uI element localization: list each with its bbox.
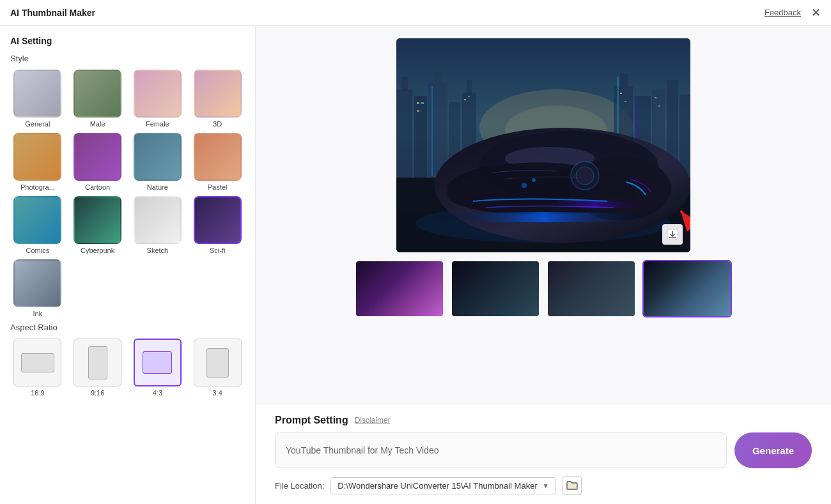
disclaimer-link[interactable]: Disclaimer bbox=[355, 416, 391, 425]
thumbnail-thumb4[interactable] bbox=[642, 260, 732, 317]
style-image-cyberpunk bbox=[74, 196, 121, 244]
app-title: AI Thumbnail Maker bbox=[10, 8, 95, 18]
prompt-title: Prompt Setting bbox=[275, 415, 348, 426]
file-path-text: D:\Wondershare UniConverter 15\AI Thumbn… bbox=[338, 481, 537, 491]
file-path-select[interactable]: D:\Wondershare UniConverter 15\AI Thumbn… bbox=[330, 477, 555, 494]
svg-rect-24 bbox=[468, 96, 470, 97]
svg-rect-27 bbox=[655, 97, 656, 98]
thumbnail-image-thumb3 bbox=[548, 261, 635, 316]
style-image-scifi bbox=[194, 196, 242, 244]
style-item-ink[interactable]: Ink bbox=[10, 259, 65, 317]
svg-rect-7 bbox=[435, 70, 442, 84]
preview-section bbox=[256, 26, 831, 404]
dropdown-arrow-icon: ▼ bbox=[543, 482, 549, 489]
style-item-male[interactable]: Male bbox=[70, 70, 125, 128]
style-image-photographic bbox=[13, 133, 61, 181]
style-name-cyberpunk: Cyberpunk bbox=[81, 247, 114, 254]
download-button[interactable] bbox=[662, 224, 683, 245]
style-name-ink: Ink bbox=[33, 310, 43, 317]
style-image-cartoon bbox=[74, 133, 121, 181]
style-item-nature[interactable]: Nature bbox=[130, 133, 185, 191]
aspect-box-16-9 bbox=[13, 339, 61, 386]
style-name-nature: Nature bbox=[147, 183, 168, 191]
style-image-3d bbox=[194, 70, 242, 118]
style-image-comics bbox=[13, 196, 61, 244]
style-item-sketch[interactable]: Sketch bbox=[130, 196, 185, 254]
title-bar-right: Feedback ✕ bbox=[765, 7, 821, 19]
style-name-pastel: Pastel bbox=[208, 183, 228, 191]
style-item-general[interactable]: General bbox=[10, 70, 65, 128]
aspect-inner-9-16 bbox=[88, 346, 107, 379]
aspect-name-4-3: 4:3 bbox=[153, 389, 162, 397]
aspect-name-16-9: 16:9 bbox=[31, 389, 44, 397]
style-item-photographic[interactable]: Photogra... bbox=[10, 133, 65, 191]
aspect-name-3-4: 3:4 bbox=[212, 389, 222, 397]
thumbnail-image-thumb2 bbox=[452, 261, 539, 316]
content-area: Prompt Setting Disclaimer Generate File … bbox=[256, 26, 831, 504]
ai-setting-title: AI Setting bbox=[10, 36, 245, 46]
style-item-comics[interactable]: Comics bbox=[10, 196, 65, 254]
title-bar-left: AI Thumbnail Maker bbox=[10, 8, 95, 18]
style-image-male bbox=[74, 70, 121, 118]
style-item-pastel[interactable]: Pastel bbox=[190, 133, 245, 191]
svg-rect-23 bbox=[464, 99, 466, 100]
style-name-male: Male bbox=[90, 120, 105, 128]
svg-rect-25 bbox=[620, 93, 622, 94]
style-image-female bbox=[134, 70, 182, 118]
thumbnail-image-thumb1 bbox=[356, 261, 443, 316]
aspect-item-16-9[interactable]: 16:9 bbox=[10, 339, 65, 397]
style-name-scifi: Sci-fi bbox=[210, 247, 225, 254]
folder-button[interactable] bbox=[563, 476, 582, 495]
aspect-inner-3-4 bbox=[206, 348, 229, 378]
aspect-grid: 16:99:164:33:4 bbox=[10, 339, 245, 397]
aspect-inner-16-9 bbox=[21, 353, 54, 372]
file-location-label: File Location: bbox=[275, 481, 324, 491]
svg-point-40 bbox=[532, 178, 536, 182]
style-item-cartoon[interactable]: Cartoon bbox=[70, 133, 125, 191]
aspect-item-9-16[interactable]: 9:16 bbox=[70, 339, 125, 397]
title-bar: AI Thumbnail Maker Feedback ✕ bbox=[0, 0, 831, 26]
svg-point-35 bbox=[428, 212, 658, 222]
style-grid: GeneralMaleFemale3DPhotogra...CartoonNat… bbox=[10, 70, 245, 317]
svg-rect-5 bbox=[414, 96, 427, 179]
prompt-row: Generate bbox=[275, 432, 812, 468]
thumbnail-thumb2[interactable] bbox=[451, 260, 540, 317]
aspect-ratio-label: Aspect Ratio bbox=[10, 323, 245, 332]
style-image-sketch bbox=[134, 196, 182, 244]
thumbnail-image-thumb4 bbox=[644, 261, 731, 316]
style-name-3d: 3D bbox=[213, 120, 222, 128]
aspect-name-9-16: 9:16 bbox=[91, 389, 104, 397]
main-preview bbox=[396, 38, 690, 252]
style-image-nature bbox=[134, 133, 182, 181]
style-name-comics: Comics bbox=[26, 247, 50, 254]
prompt-input[interactable] bbox=[275, 432, 727, 468]
main-layout: AI Setting Style GeneralMaleFemale3DPhot… bbox=[0, 26, 831, 504]
svg-rect-4 bbox=[401, 77, 408, 91]
thumbnail-thumb1[interactable] bbox=[355, 260, 444, 317]
style-item-3d[interactable]: 3D bbox=[190, 70, 245, 128]
style-label: Style bbox=[10, 54, 245, 63]
svg-rect-20 bbox=[417, 102, 419, 104]
style-name-cartoon: Cartoon bbox=[85, 183, 110, 191]
svg-point-38 bbox=[576, 167, 594, 185]
style-item-cyberpunk[interactable]: Cyberpunk bbox=[70, 196, 125, 254]
svg-rect-21 bbox=[417, 110, 419, 112]
aspect-inner-4-3 bbox=[143, 351, 172, 374]
style-item-scifi[interactable]: Sci-fi bbox=[190, 196, 245, 254]
preview-art bbox=[396, 38, 690, 252]
style-item-female[interactable]: Female bbox=[130, 70, 185, 128]
style-image-ink bbox=[13, 259, 61, 307]
aspect-box-9-16 bbox=[74, 339, 121, 386]
svg-rect-17 bbox=[431, 86, 433, 176]
aspect-item-4-3[interactable]: 4:3 bbox=[130, 339, 185, 397]
close-button[interactable]: ✕ bbox=[811, 7, 821, 19]
generate-button[interactable]: Generate bbox=[734, 432, 812, 468]
aspect-box-4-3 bbox=[134, 339, 182, 386]
thumbnail-strip bbox=[355, 260, 732, 317]
aspect-item-3-4[interactable]: 3:4 bbox=[190, 339, 245, 397]
thumbnail-thumb3[interactable] bbox=[547, 260, 636, 317]
style-name-sketch: Sketch bbox=[147, 247, 169, 254]
feedback-link[interactable]: Feedback bbox=[765, 8, 801, 17]
file-location-row: File Location: D:\Wondershare UniConvert… bbox=[275, 476, 812, 495]
svg-point-39 bbox=[522, 183, 527, 188]
